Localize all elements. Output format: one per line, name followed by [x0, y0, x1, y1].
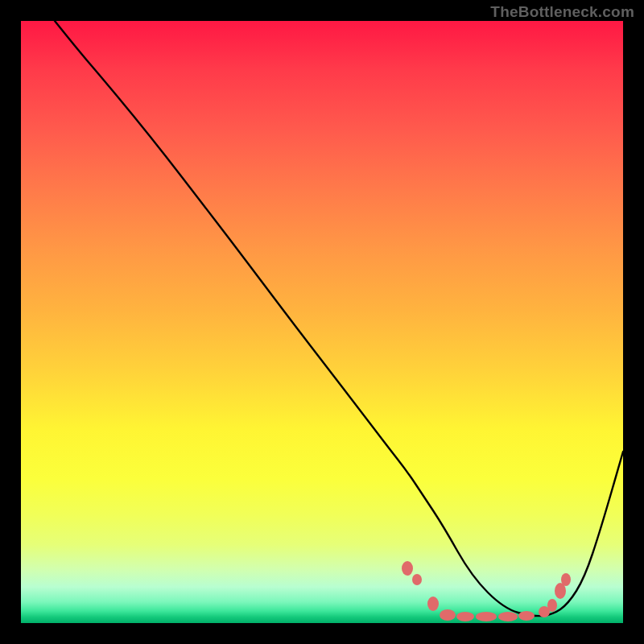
highlight-marker [412, 574, 422, 585]
watermark-text: TheBottleneck.com [490, 3, 634, 21]
highlight-marker [427, 597, 439, 611]
highlight-marker [456, 612, 474, 621]
highlight-marker [518, 611, 535, 621]
bottleneck-curve-line [55, 21, 623, 616]
chart-plot-area [21, 21, 623, 623]
highlight-marker [476, 612, 497, 621]
highlight-marker [402, 561, 413, 576]
highlight-marker [547, 599, 557, 612]
chart-svg [21, 21, 623, 623]
highlight-marker [440, 609, 456, 621]
highlight-marker [498, 612, 518, 621]
highlight-marker [561, 573, 571, 586]
